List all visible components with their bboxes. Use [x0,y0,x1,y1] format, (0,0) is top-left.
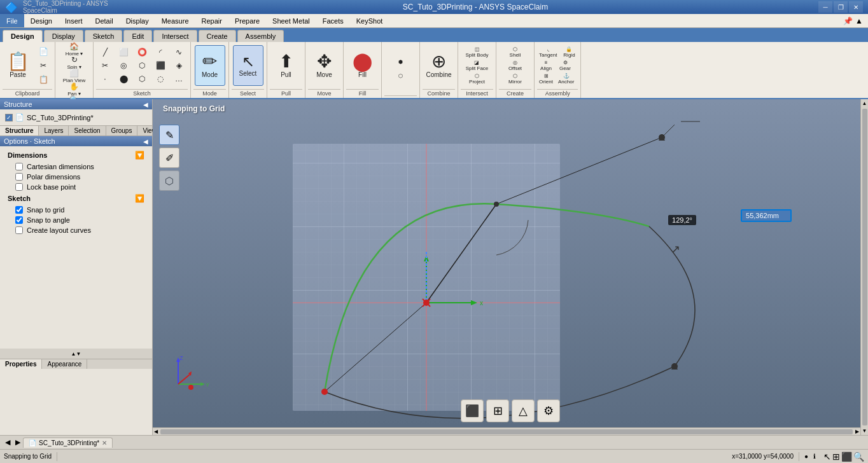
dimensions-group-header[interactable]: Dimensions 🔽 [5,149,147,162]
snap-grid-checkbox[interactable] [15,206,23,214]
sketch-trim-button[interactable]: ✂ [96,59,114,72]
tab-sketch[interactable]: Sketch [85,30,123,42]
pan-button[interactable]: ✋ Pan ▾ [61,83,87,96]
rigid-button[interactable]: 🔒 Rigid [560,46,578,59]
scroll-up-button[interactable]: ▲ [861,99,868,107]
menu-detail[interactable]: Detail [89,14,120,27]
menu-file[interactable]: File [0,14,24,27]
tangent-button[interactable]: ◟ Tangent [537,46,559,59]
polar-checkbox[interactable] [15,173,23,181]
plan-view-button[interactable]: ⬜ Plan View [61,70,87,83]
options-header[interactable]: Options · Sketch ◀ [0,136,152,146]
pull-button[interactable]: ⬆ Pull [271,45,302,86]
tab-edit[interactable]: Edit [123,30,152,42]
panel-scrollbar[interactable]: ▲ ▼ [0,349,152,359]
sketch-offset-button[interactable]: ◎ [115,59,132,72]
canvas-tool-edit[interactable]: ✐ [159,148,179,168]
tab-intersect[interactable]: Intersect [153,30,197,42]
radius-input[interactable]: 55,362mm [741,209,792,222]
doc-tab-main[interactable]: 📄 SC_Tuto_3DPrinting* ✕ [23,438,113,448]
tab-create[interactable]: Create [199,30,236,42]
tab-structure[interactable]: Structure [0,126,39,135]
section-view-button[interactable]: △ [512,399,535,422]
dimensions-toggle-icon[interactable]: 🔽 [135,151,144,160]
status-info-icon[interactable]: ℹ [813,453,816,460]
tab-nav-right[interactable]: ▶ [13,438,23,446]
cut-button[interactable]: ✂ [34,59,52,72]
sketch-group-toggle-icon[interactable]: 🔽 [135,194,144,203]
option-snap-angle[interactable]: Snap to angle [5,215,147,225]
move-button[interactable]: ✥ Move [309,45,340,86]
tab-appearance[interactable]: Appearance [42,359,87,369]
align-button[interactable]: ≡ Align [537,59,555,72]
option-polar[interactable]: Polar dimensions [5,172,147,182]
sketch-dims-button[interactable]: ◈ [170,59,188,72]
shell-button[interactable]: ⬡ Shell [507,46,524,59]
canvas-tool-pointer[interactable]: ✎ [159,125,179,145]
menu-keyshot[interactable]: KeyShot [350,14,389,27]
tab-display[interactable]: Display [44,30,83,42]
scroll-left-button[interactable]: ◀ [153,427,159,435]
project-button[interactable]: ⬡ Project [467,73,487,85]
canvas-tool-view[interactable]: ⬡ [159,170,179,191]
vertical-scrollbar[interactable]: ▲ ▼ [860,99,868,435]
option-snap-grid[interactable]: Snap to grid [5,205,147,215]
status-icon3[interactable]: ⬛ [841,452,852,462]
scroll-down-button[interactable]: ▼ [861,427,868,435]
tab-assembly[interactable]: Assembly [237,30,284,42]
status-icon2[interactable]: ⊞ [832,452,840,462]
home-button[interactable]: 🏠 Home ▾ [61,43,87,56]
sketch-project-button[interactable]: ⬛ [151,59,169,72]
close-button[interactable]: ✕ [849,1,863,13]
tab-design[interactable]: Design [3,30,43,42]
status-icon4[interactable]: 🔍 [853,452,864,462]
split-face-button[interactable]: ◪ Split Face [464,59,491,72]
horizontal-scrollbar[interactable]: ◀ ▶ [153,427,860,435]
view-cube-button[interactable]: ⬛ [461,399,484,422]
create-layout-checkbox[interactable] [15,226,23,234]
paste-options-button[interactable]: 📋 [34,73,52,86]
ribbon-collapse-icon[interactable]: ▲ [855,17,863,25]
orient-asm-button[interactable]: ⊞ Orient [537,73,555,85]
paste-button[interactable]: 📋 Paste [3,45,33,86]
offset-button[interactable]: ◎ Offset [507,59,524,72]
status-icon1[interactable]: ↖ [823,452,831,462]
menu-facets[interactable]: Facets [316,14,350,27]
tab-nav-left[interactable]: ◀ [3,438,13,446]
copy-button[interactable]: 📄 [34,45,52,58]
menu-display[interactable]: Display [120,14,155,27]
scroll-hthumb[interactable] [160,429,853,434]
sketch-poly-button[interactable]: ⬡ [133,73,151,85]
options-collapse-icon[interactable]: ◀ [143,138,148,145]
extra2-button[interactable]: ⬡ [392,69,410,82]
menu-design[interactable]: Design [24,14,59,27]
option-create-layout[interactable]: Create layout curves [5,225,147,235]
tab-groups[interactable]: Groups [106,126,138,135]
menu-sheet-metal[interactable]: Sheet Metal [266,14,316,27]
sketch-point-button[interactable]: · [96,73,114,85]
menu-insert[interactable]: Insert [59,14,89,27]
select-button[interactable]: ↖ Select [233,45,263,86]
restore-button[interactable]: ❐ [834,1,848,13]
menu-repair[interactable]: Repair [195,14,228,27]
anchor-button[interactable]: ⚓ Anchor [556,73,576,85]
sketch-rect-button[interactable]: ⬜ [115,46,132,59]
menu-prepare[interactable]: Prepare [228,14,266,27]
tree-item-project[interactable]: ✓ 📄 SC_Tuto_3DPrinting* [3,112,150,123]
sketch-group-header[interactable]: Sketch 🔽 [5,192,147,205]
option-lock-base[interactable]: Lock base point [5,182,147,192]
minimize-button[interactable]: ─ [818,1,832,13]
doc-tab-close[interactable]: ✕ [102,439,107,446]
menu-measure[interactable]: Measure [155,14,195,27]
tab-layers[interactable]: Layers [39,126,69,135]
sketch-more-button[interactable]: … [170,73,188,85]
sketch-const-button[interactable]: ◌ [151,73,169,85]
sketch-circle-button[interactable]: ⭕ [133,46,151,59]
scroll-thumb[interactable] [862,109,867,425]
sketch-view-button[interactable]: ⊞ [486,399,509,422]
sketch-mirror-button[interactable]: ⬡ [133,59,151,72]
tab-selection[interactable]: Selection [69,126,106,135]
structure-header[interactable]: Structure ◀ [0,99,152,109]
combine-button[interactable]: ⊕ Combine [423,45,454,86]
scroll-right-button[interactable]: ▶ [854,427,860,435]
